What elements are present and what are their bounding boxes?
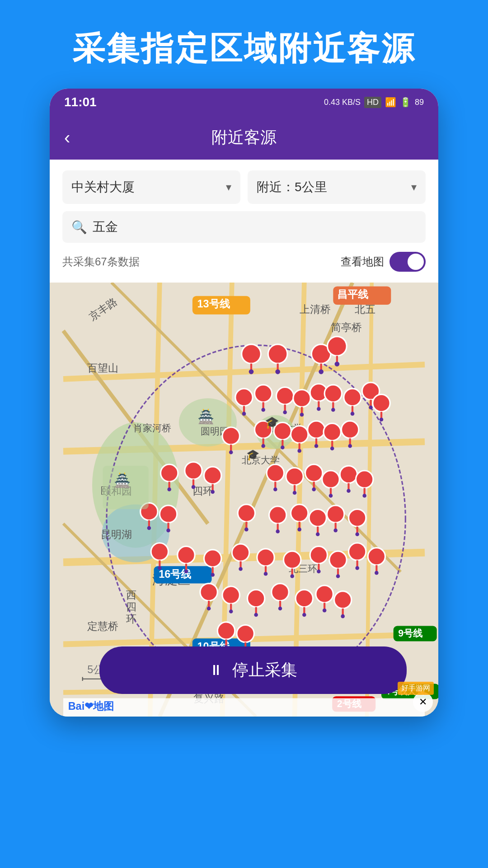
svg-point-193	[368, 548, 385, 565]
svg-text:Bai❤地图: Bai❤地图	[68, 700, 114, 712]
svg-point-165	[355, 533, 359, 537]
svg-point-138	[347, 489, 351, 493]
nearby-dropdown-arrow: ▾	[411, 181, 417, 193]
svg-point-130	[305, 464, 322, 481]
svg-point-120	[192, 485, 196, 489]
svg-point-162	[333, 528, 338, 533]
svg-point-84	[331, 408, 335, 412]
map-area[interactable]: 京丰路 百望山 肖家河桥 颐和园 昆明湖 海淀区 定慧桥 5公里 复兴路 上清桥…	[50, 283, 438, 717]
svg-point-96	[229, 450, 233, 454]
stop-icon: ⏸	[209, 662, 223, 679]
svg-point-187	[329, 551, 347, 568]
svg-point-171	[184, 570, 188, 574]
battery-icon: 🔋	[400, 97, 411, 108]
svg-point-214	[334, 591, 351, 609]
svg-point-154	[291, 505, 308, 522]
svg-text:上清桥: 上清桥	[300, 303, 331, 315]
svg-point-67	[235, 389, 253, 406]
svg-point-202	[247, 590, 264, 607]
svg-text:肖家河桥: 肖家河桥	[133, 423, 171, 434]
app-bar-title: 附近客源	[211, 127, 277, 149]
svg-text:13号线: 13号线	[197, 298, 230, 310]
svg-text:百望山: 百望山	[87, 362, 118, 374]
svg-point-70	[254, 385, 272, 402]
svg-point-115	[160, 464, 178, 481]
svg-point-168	[158, 566, 162, 570]
svg-point-190	[348, 543, 366, 560]
svg-point-126	[273, 487, 277, 491]
svg-text:四: 四	[126, 601, 136, 613]
svg-point-205	[272, 584, 289, 601]
svg-point-78	[300, 413, 304, 417]
map-toggle-label: 查看地图	[341, 255, 384, 269]
svg-point-102	[281, 446, 285, 450]
close-map-button[interactable]: ✕	[413, 692, 433, 712]
svg-point-192	[355, 566, 359, 570]
search-row[interactable]: 🔍 五金	[62, 211, 426, 243]
svg-point-90	[369, 406, 373, 410]
toggle-knob	[408, 254, 424, 270]
svg-point-58	[268, 344, 287, 364]
data-count: 共采集67条数据	[62, 255, 140, 269]
svg-point-186	[317, 570, 321, 574]
svg-point-204	[254, 613, 258, 617]
svg-point-145	[160, 505, 177, 523]
search-input[interactable]: 五金	[93, 218, 417, 236]
svg-point-208	[296, 590, 313, 607]
svg-point-135	[329, 494, 333, 498]
stop-collect-button[interactable]: ⏸ 停止采集	[99, 646, 407, 694]
svg-text:简亭桥: 简亭桥	[331, 321, 362, 333]
speed-indicator: 0.43 KB/S	[324, 98, 361, 107]
svg-point-127	[286, 468, 303, 485]
svg-point-180	[264, 572, 268, 576]
svg-point-150	[244, 528, 249, 532]
svg-point-64	[328, 336, 347, 356]
stats-row: 共采集67条数据 查看地图	[62, 250, 426, 275]
svg-point-181	[283, 551, 300, 568]
svg-point-148	[238, 505, 255, 522]
svg-point-132	[312, 487, 316, 491]
svg-point-57	[249, 369, 254, 374]
svg-point-121	[204, 467, 221, 484]
svg-point-82	[324, 385, 342, 402]
svg-point-112	[341, 421, 358, 438]
svg-point-117	[167, 487, 171, 491]
search-icon: 🔍	[71, 220, 87, 235]
svg-point-183	[290, 574, 294, 578]
svg-text:环: 环	[126, 613, 136, 625]
network-icon: 📶	[385, 97, 396, 108]
svg-point-133	[322, 471, 339, 488]
svg-point-118	[185, 462, 202, 479]
stop-btn-container: ⏸ 停止采集	[99, 646, 389, 694]
svg-point-211	[316, 585, 333, 603]
svg-text:北五: 北五	[355, 303, 375, 315]
svg-point-66	[335, 362, 340, 367]
nearby-dropdown[interactable]: 附近：5公里 ▾	[248, 170, 426, 204]
svg-point-196	[200, 584, 217, 601]
location-dropdown-value: 中关村大厦	[71, 179, 135, 196]
svg-point-106	[308, 421, 325, 438]
svg-point-72	[261, 408, 265, 412]
location-dropdown[interactable]: 中关村大厦 ▾	[62, 170, 240, 204]
map-toggle-switch[interactable]	[389, 252, 426, 272]
svg-text:🎓: 🎓	[246, 448, 260, 461]
svg-text:西: 西	[126, 589, 136, 601]
svg-point-151	[269, 506, 286, 524]
svg-point-124	[267, 464, 284, 481]
nearby-dropdown-value: 附近：5公里	[257, 179, 327, 196]
svg-point-147	[166, 528, 170, 533]
svg-point-217	[217, 622, 235, 639]
svg-point-189	[336, 574, 340, 578]
promo-header: 采集指定区域附近客源	[0, 0, 488, 89]
svg-text:🎓: 🎓	[265, 415, 279, 429]
svg-point-75	[283, 410, 287, 415]
status-bar: 11:01 0.43 KB/S HD 📶 🔋 89	[50, 89, 438, 116]
svg-point-144	[147, 526, 151, 530]
app-bar: ‹ 附近客源	[50, 116, 438, 160]
svg-point-216	[341, 614, 345, 618]
svg-text:昆明湖: 昆明湖	[101, 528, 132, 540]
svg-text:9号线: 9号线	[398, 628, 423, 639]
svg-point-109	[324, 423, 341, 440]
back-button[interactable]: ‹	[64, 127, 70, 148]
map-toggle-area: 查看地图	[341, 252, 426, 272]
